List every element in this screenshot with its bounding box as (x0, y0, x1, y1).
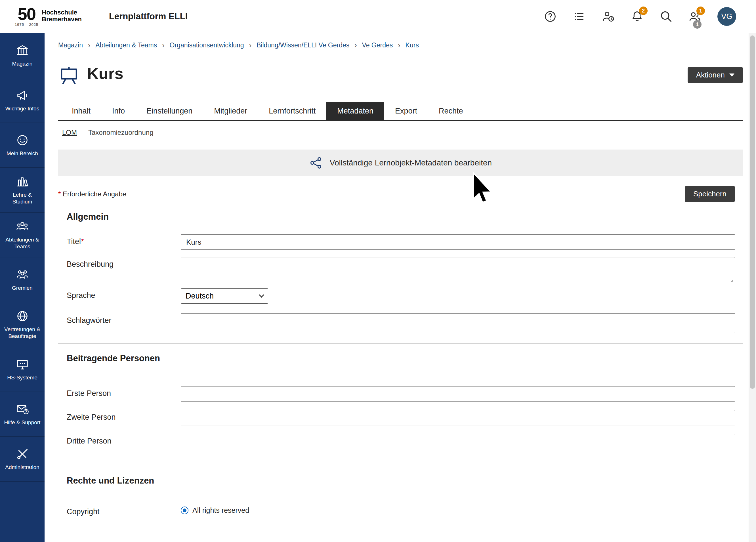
sidebar-item-hilfe-support[interactable]: ? Hilfe & Support (0, 392, 45, 437)
sidebar-item-label: Lehre & Studium (2, 192, 42, 205)
main-sidebar: Magazin Wichtige Infos Mein Bereich Lehr… (0, 33, 45, 542)
group-icon (16, 268, 29, 281)
sidebar-item-hs-systeme[interactable]: HS-Systeme (0, 347, 45, 392)
sidebar-item-label: Abteilungen & Teams (2, 236, 42, 250)
sidebar-item-wichtige-infos[interactable]: Wichtige Infos (0, 78, 45, 123)
contacts-badge-top: 1 (696, 7, 705, 15)
tab-info[interactable]: Info (101, 102, 136, 120)
sidebar-item-abteilungen-teams[interactable]: Abteilungen & Teams (0, 213, 45, 257)
tab-export[interactable]: Export (384, 102, 428, 120)
tab-metadaten[interactable]: Metadaten (326, 102, 384, 120)
notifications-badge: 2 (639, 7, 648, 15)
copyright-option-label: All rights reserved (192, 506, 249, 514)
subtab-lom[interactable]: LOM (62, 129, 77, 136)
tab-einstellungen[interactable]: Einstellungen (136, 102, 203, 120)
breadcrumb-item[interactable]: Kurs (406, 41, 419, 49)
sidebar-item-label: Gremien (12, 285, 33, 291)
svg-text:?: ? (25, 410, 27, 414)
sidebar-item-label: Vertretungen & Beauftragte (2, 326, 42, 340)
zweite-person-input[interactable] (181, 410, 735, 425)
breadcrumb-separator: › (354, 41, 357, 49)
sidebar-item-magazin[interactable]: Magazin (0, 33, 45, 78)
logo-name-line2: Bremerhaven (42, 16, 82, 23)
dritte-person-label: Dritte Person (67, 434, 181, 446)
sidebar-item-mein-bereich[interactable]: Mein Bereich (0, 123, 45, 168)
main-content: Magazin › Abteilungen & Teams › Organisa… (45, 33, 756, 542)
sprache-select[interactable]: Deutsch (181, 288, 268, 304)
banner-label: Vollständige Lernobjekt-Metadaten bearbe… (330, 158, 492, 167)
megaphone-icon (16, 89, 29, 102)
section-heading-beitragende: Beitragende Personen (67, 353, 735, 364)
contacts-badge-bottom: 1 (693, 20, 702, 29)
breadcrumb-item[interactable]: Bildung/Wissen/ELLI Ve Gerdes (257, 41, 349, 49)
erste-person-input[interactable] (181, 386, 735, 402)
notifications-bell-icon[interactable]: 2 (631, 10, 644, 23)
section-heading-allgemein: Allgemein (67, 212, 735, 222)
sidebar-item-administration[interactable]: Administration (0, 437, 45, 482)
tab-inhalt[interactable]: Inhalt (61, 102, 101, 120)
subtab-taxonomiezuordnung[interactable]: Taxonomiezuordnung (88, 129, 154, 136)
actions-button[interactable]: Aktionen (688, 67, 743, 83)
breadcrumb-item[interactable]: Ve Gerdes (362, 41, 393, 49)
sidebar-item-label: Hilfe & Support (4, 419, 41, 426)
save-button[interactable]: Speichern (685, 186, 735, 202)
mail-help-icon: ? (16, 403, 29, 416)
sidebar-item-label: HS-Systeme (7, 374, 37, 381)
sprache-label: Sprache (67, 288, 181, 300)
erste-person-label: Erste Person (67, 386, 181, 398)
breadcrumb-item[interactable]: Abteilungen & Teams (95, 41, 157, 49)
tab-rechte[interactable]: Rechte (428, 102, 474, 120)
contacts-icon[interactable]: 1 1 (688, 10, 702, 23)
divider (58, 343, 743, 344)
copyright-radio[interactable] (181, 507, 188, 514)
breadcrumb-item[interactable]: Magazin (58, 41, 83, 49)
logo-50: 50 (18, 6, 35, 22)
breadcrumb-separator: › (88, 41, 90, 49)
user-avatar[interactable]: VG (717, 7, 736, 26)
required-note: * Erforderliche Angabe (58, 190, 126, 198)
resize-handle-icon (729, 278, 734, 283)
breadcrumb: Magazin › Abteilungen & Teams › Organisa… (58, 33, 743, 54)
sidebar-item-label: Administration (5, 464, 39, 471)
edit-full-metadata-banner[interactable]: Vollständige Lernobjekt-Metadaten bearbe… (58, 150, 743, 176)
sidebar-item-vertretungen[interactable]: Vertretungen & Beauftragte (0, 302, 45, 347)
sidebar-item-lehre-studium[interactable]: Lehre & Studium (0, 168, 45, 213)
bank-icon (16, 44, 29, 57)
vertical-scrollbar[interactable] (749, 33, 756, 542)
search-icon[interactable] (660, 10, 673, 23)
schlagwoerter-label: Schlagwörter (67, 313, 181, 325)
header-icon-bar: 2 1 1 VG (544, 7, 745, 26)
breadcrumb-separator: › (249, 41, 251, 49)
monitor-icon (16, 358, 29, 371)
university-logo[interactable]: 50 1975 – 2025 Hochschule Bremerhaven (15, 6, 82, 27)
chevron-down-icon (729, 73, 734, 77)
titel-input[interactable] (181, 234, 735, 250)
scrollbar-thumb[interactable] (750, 35, 755, 389)
app-title: Lernplattform ELLI (109, 11, 188, 22)
who-is-online-icon[interactable] (602, 10, 615, 23)
tab-mitglieder[interactable]: Mitglieder (203, 102, 258, 120)
beschreibung-label: Beschreibung (67, 257, 181, 269)
titel-label: Titel* (67, 234, 181, 246)
course-board-icon (58, 65, 80, 86)
share-nodes-icon (309, 156, 322, 169)
copyright-label: Copyright (67, 505, 181, 516)
help-icon[interactable] (544, 10, 557, 23)
section-heading-rechte: Rechte und Lizenzen (67, 476, 735, 486)
beschreibung-textarea[interactable] (181, 257, 735, 284)
schlagwoerter-input[interactable] (181, 313, 735, 333)
list-icon[interactable] (573, 10, 586, 23)
breadcrumb-separator: › (398, 41, 400, 49)
tools-icon (16, 448, 29, 461)
logo-name-line1: Hochschule (42, 9, 82, 16)
globe-icon (16, 310, 29, 323)
breadcrumb-item[interactable]: Organisationsentwicklung (170, 41, 244, 49)
logo-years: 1975 – 2025 (15, 22, 38, 27)
breadcrumb-separator: › (162, 41, 164, 49)
people-icon (16, 220, 29, 233)
sidebar-item-label: Magazin (12, 60, 33, 67)
tab-lernfortschritt[interactable]: Lernfortschritt (258, 102, 326, 120)
sidebar-item-gremien[interactable]: Gremien (0, 257, 45, 302)
tab-bar: Inhalt Info Einstellungen Mitglieder Ler… (58, 102, 743, 121)
dritte-person-input[interactable] (181, 434, 735, 449)
